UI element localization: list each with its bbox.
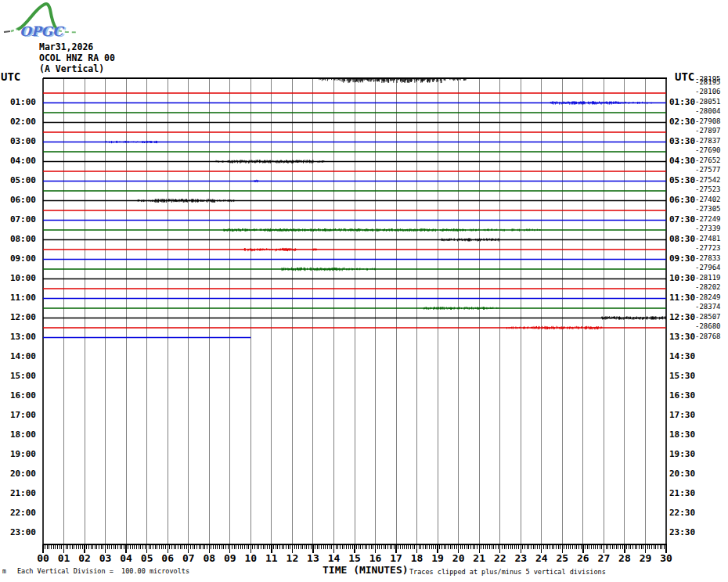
x-tick-label: 17 [387,553,405,564]
x-tick-label: 30 [657,553,676,564]
offset-value: -27723 [695,244,721,252]
x-tick-label: 12 [283,553,301,564]
left-time-label: 04:00 [0,156,36,166]
left-time-label: 15:00 [0,372,36,381]
left-time-label: 01:00 [0,98,36,107]
vertical-division-note: Each Vertical Division = 100.00 microvol… [17,567,189,575]
minute-gridlines [43,78,666,544]
offset-value: -28004 [695,107,721,115]
left-time-label: 21:00 [0,489,36,498]
x-tick-label: 09 [221,553,240,564]
offset-value: -27908 [695,117,721,125]
x-tick-label: 19 [428,553,447,564]
x-tick-label: 11 [262,553,281,564]
x-tick-label: 02 [75,553,94,564]
x-tick-label: 14 [324,553,343,564]
x-tick-label: 04 [117,553,135,564]
x-tick-label: 08 [200,553,218,564]
left-time-label: 06:00 [0,196,36,205]
left-time-label: 14:00 [0,352,36,361]
offset-value-overlap: -28195 [695,75,721,83]
left-time-label: 10:00 [0,274,36,283]
right-time-label: 14:30 [669,352,705,361]
x-tick-label: 25 [553,553,571,564]
x-tick-label: 10 [241,553,260,564]
offset-value: -27249 [695,215,721,223]
x-tick-label: 23 [511,553,530,564]
left-time-label: 23:00 [0,528,36,537]
offset-value: -27964 [695,264,721,271]
x-tick-label: 24 [532,553,551,564]
x-tick-label: 06 [158,553,177,564]
x-tick-label: 07 [179,553,198,564]
x-tick-label: 18 [408,553,427,564]
x-tick-label: 16 [366,553,385,564]
right-time-label: 18:30 [669,430,705,440]
offset-value: -28507 [695,313,721,321]
helicorder-page: OPGC OPGC Mar31,2026 OCOL HNZ RA 00 (A V… [0,0,728,582]
offset-value: -28768 [695,332,721,340]
x-tick-label: 27 [594,553,613,564]
x-tick-label: 22 [491,553,510,564]
offset-value: -27339 [695,225,721,232]
left-time-label: 07:00 [0,215,36,225]
x-tick-label: 01 [55,553,74,564]
x-tick-label: 28 [615,553,634,564]
right-time-label: 22:30 [669,508,705,518]
offset-value: -28106 [695,88,721,95]
offset-value: -27542 [695,176,721,184]
left-time-label: 11:00 [0,293,36,303]
x-tick-label: 13 [304,553,323,564]
right-time-label: 17:30 [669,411,705,420]
left-time-label: 03:00 [0,137,36,146]
corner-mark: m [2,569,6,575]
offset-value: -28374 [695,303,721,311]
right-time-label: 16:30 [669,391,705,401]
trace-row-00:00 [319,79,466,83]
x-tick-label: 26 [574,553,593,564]
offset-value: -27833 [695,254,721,262]
offset-value: -28202 [695,283,721,291]
offset-value: -27690 [695,146,721,154]
x-tick-label: 20 [449,553,468,564]
left-time-label: 02:00 [0,117,36,127]
left-time-label: 18:00 [0,430,36,440]
left-time-label: 19:00 [0,450,36,459]
x-tick-label: 15 [345,553,364,564]
x-tick-label: 05 [138,553,157,564]
right-time-label: 20:30 [669,469,705,479]
helicorder-chart [0,0,728,582]
clip-note: Traces clipped at plus/minus 5 vertical … [409,568,606,576]
trace-row-07:30 [43,228,666,232]
offset-value: -27837 [695,137,721,145]
right-time-label: 15:30 [669,372,705,381]
left-time-label: 08:00 [0,235,36,244]
offset-value: -27577 [695,166,721,174]
offset-value: -27652 [695,156,721,164]
offset-value: -28680 [695,322,721,330]
offset-value: -27305 [695,205,721,213]
offset-value: -27523 [695,185,721,193]
left-time-label: 16:00 [0,391,36,401]
x-axis-title: TIME (MINUTES) [323,565,409,576]
offset-value: -28249 [695,293,721,301]
left-time-label: 17:00 [0,411,36,420]
x-tick-label: 03 [96,553,115,564]
offset-value: -28051 [695,98,721,106]
left-time-label: 13:00 [0,332,36,342]
left-time-label: 20:00 [0,469,36,479]
left-time-label: 05:00 [0,176,36,185]
left-time-label: 12:00 [0,313,36,322]
x-tick-label: 21 [470,553,488,564]
x-tick-label: 29 [636,553,654,564]
x-tick-label: 00 [34,553,52,564]
left-time-label: 09:00 [0,254,36,264]
right-time-label: 19:30 [669,450,705,459]
right-time-label: 23:30 [669,528,705,537]
offset-value: -27897 [695,127,721,135]
right-time-label: 21:30 [669,489,705,498]
offset-value: -27402 [695,196,721,203]
offset-value: -27481 [695,235,721,242]
offset-value: -28119 [695,274,721,282]
left-time-label: 22:00 [0,508,36,518]
